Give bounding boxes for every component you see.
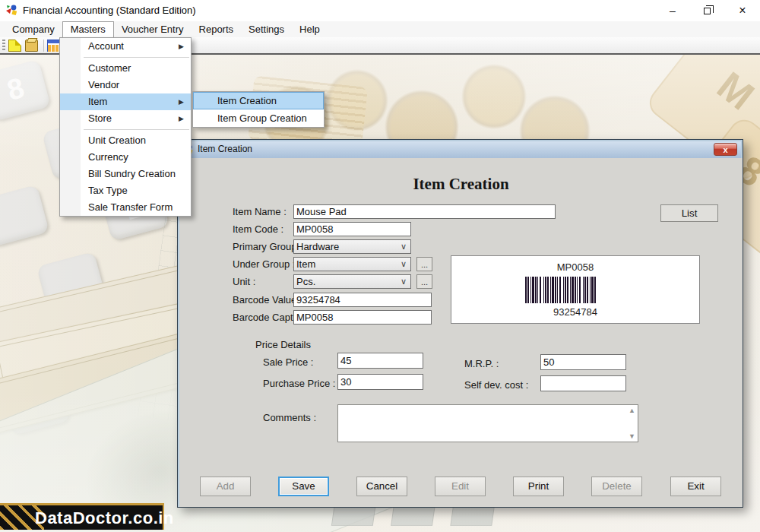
barcode-preview-panel: MP0058 93254784 xyxy=(451,255,700,324)
submenu-arrow-icon: ▶ xyxy=(179,93,184,110)
menu-voucher-entry[interactable]: Voucher Entry xyxy=(114,21,192,37)
menu-item-customer[interactable]: Customer xyxy=(60,60,191,77)
menu-item-store[interactable]: Store▶ xyxy=(60,110,191,127)
menu-item-sale-transfer-form[interactable]: Sale Transfer Form xyxy=(60,199,191,216)
application-window: Financial Accounting (Standard Edition) … xyxy=(0,0,760,532)
exit-button[interactable]: Exit xyxy=(670,477,721,496)
list-button[interactable]: List xyxy=(660,204,718,222)
scroll-up-icon[interactable]: ▲ xyxy=(626,405,638,416)
comments-textarea[interactable] xyxy=(337,404,638,442)
menu-item-currency[interactable]: Currency xyxy=(60,149,191,166)
dialog-title: Item Creation xyxy=(198,144,252,154)
table-icon[interactable] xyxy=(47,40,60,52)
submenu-item-group-creation[interactable]: Item Group Creation xyxy=(193,109,324,127)
dialog-body: Item Creation Item Name : Item Code : Pr… xyxy=(179,158,743,507)
menu-item-bill-sundry-creation[interactable]: Bill Sundry Creation xyxy=(60,166,191,182)
chevron-down-icon: ∨ xyxy=(401,258,407,271)
unit-label: Unit : xyxy=(233,274,255,289)
datadoctor-watermark: DataDoctor.co.in xyxy=(0,503,164,530)
toolbar-separator xyxy=(43,40,44,52)
submenu-item-creation[interactable]: Item Creation xyxy=(193,92,324,109)
menu-help[interactable]: Help xyxy=(292,21,328,37)
price-details-title: Price Details xyxy=(255,339,311,350)
delete-button: Delete xyxy=(591,477,642,496)
cancel-button[interactable]: Cancel xyxy=(356,477,407,496)
menu-item-vendor[interactable]: Vendor xyxy=(60,77,191,93)
toolbar-grip xyxy=(2,40,5,52)
menu-reports[interactable]: Reports xyxy=(192,21,242,37)
mrp-label: M.R.P. : xyxy=(464,356,499,371)
purchase-price-label: Purchase Price : xyxy=(263,376,335,391)
dialog-heading: Item Creation xyxy=(179,175,743,194)
comments-scrollbar[interactable]: ▲ ▼ xyxy=(626,405,638,442)
barcode-number-text: 93254784 xyxy=(451,306,699,318)
under-group-browse-button[interactable]: ... xyxy=(416,257,432,271)
menu-separator xyxy=(60,127,191,132)
purchase-price-input[interactable] xyxy=(337,374,423,390)
primary-group-label: Primary Group : xyxy=(233,239,302,254)
unit-select[interactable]: Pcs. ∨ xyxy=(293,274,411,289)
menu-item-tax-type[interactable]: Tax Type xyxy=(60,182,191,199)
add-button: Add xyxy=(200,477,251,496)
menu-bar: Company Masters Voucher Entry Reports Se… xyxy=(0,21,760,37)
mrp-input[interactable] xyxy=(540,354,626,370)
item-name-input[interactable] xyxy=(293,204,556,219)
barcode-caption-text: MP0058 xyxy=(451,261,699,273)
item-creation-dialog: Item Creation x Item Creation Item Name … xyxy=(177,139,743,508)
under-group-select[interactable]: Item ∨ xyxy=(293,257,411,271)
menu-masters[interactable]: Masters xyxy=(62,21,114,37)
new-note-icon[interactable] xyxy=(8,40,21,52)
submenu-arrow-icon: ▶ xyxy=(179,110,184,127)
restore-button[interactable] xyxy=(690,0,725,21)
app-logo-icon xyxy=(5,4,18,17)
primary-group-select[interactable]: Hardware ∨ xyxy=(293,239,411,254)
print-button[interactable]: Print xyxy=(513,477,564,496)
self-dev-cost-label: Self dev. cost : xyxy=(464,378,528,392)
unit-browse-button[interactable]: ... xyxy=(416,274,432,289)
sale-price-label: Sale Price : xyxy=(263,355,313,369)
menu-item-item[interactable]: Item▶ xyxy=(60,93,191,110)
masters-dropdown-menu: Account▶ Customer Vendor Item▶ Store▶ Un… xyxy=(59,37,192,217)
chevron-down-icon: ∨ xyxy=(401,240,407,253)
menu-separator xyxy=(60,55,191,60)
edit-button: Edit xyxy=(435,477,486,496)
item-name-label: Item Name : xyxy=(233,204,287,219)
menu-company[interactable]: Company xyxy=(5,21,62,37)
minimize-button[interactable]: – xyxy=(655,0,690,21)
menu-item-unit-creation[interactable]: Unit Creation xyxy=(60,132,191,149)
restore-icon xyxy=(704,8,711,14)
sale-price-input[interactable] xyxy=(337,353,423,369)
close-window-button[interactable]: × xyxy=(725,0,760,21)
comments-label: Comments : xyxy=(263,410,316,425)
barcode-value-input[interactable] xyxy=(293,293,432,307)
item-submenu: Item Creation Item Group Creation xyxy=(192,91,325,128)
barcode-bars xyxy=(525,277,625,303)
under-group-label: Under Group : xyxy=(233,257,295,271)
menu-item-account[interactable]: Account▶ xyxy=(60,38,191,55)
scroll-down-icon[interactable]: ▼ xyxy=(626,431,638,442)
window-titlebar: Financial Accounting (Standard Edition) … xyxy=(0,0,760,21)
menu-settings[interactable]: Settings xyxy=(241,21,292,37)
barcode-value-label: Barcode Value: xyxy=(233,293,299,307)
item-code-input[interactable] xyxy=(293,222,411,236)
banner-text: DataDoctor.co.in xyxy=(35,508,174,528)
self-dev-cost-input[interactable] xyxy=(540,375,626,391)
item-code-label: Item Code : xyxy=(233,222,283,236)
save-button[interactable]: Save xyxy=(278,477,329,496)
submenu-arrow-icon: ▶ xyxy=(179,38,184,55)
dialog-titlebar[interactable]: Item Creation x xyxy=(179,141,741,158)
barcode-caption-input[interactable] xyxy=(293,310,432,325)
dialog-close-button[interactable]: x xyxy=(714,143,737,156)
edit-folder-icon[interactable] xyxy=(25,40,38,52)
window-title: Financial Accounting (Standard Edition) xyxy=(23,5,196,16)
chevron-down-icon: ∨ xyxy=(401,275,407,288)
